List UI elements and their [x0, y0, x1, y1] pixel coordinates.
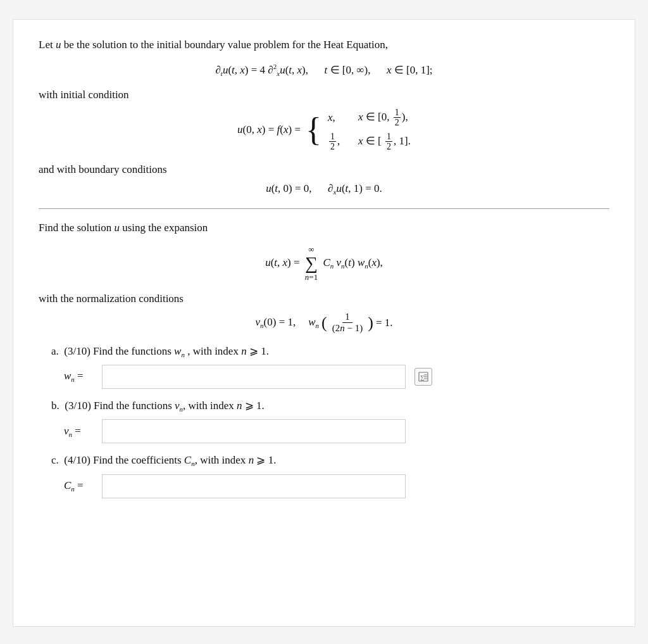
intro-text: Let u be the solution to the initial bou… [39, 39, 609, 51]
piecewise-lhs: u(0, x) = f(x) = [237, 123, 301, 136]
find-solution-label: Find the solution u using the expansion [39, 222, 609, 234]
piecewise-cases: x, x ∈ [0, 1 2 ), 1 2 , [328, 108, 411, 152]
norm-right: wn ( 1 (2n − 1) ) = 1. [308, 312, 392, 334]
part-c: c. (4/10) Find the coefficients Cn, with… [51, 453, 609, 498]
norm-left: vn(0) = 1, [256, 316, 296, 329]
piecewise-case-2: 1 2 , x ∈ [ 1 2 , 1]. [328, 132, 411, 152]
part-a-answer-label: wn = [64, 370, 96, 383]
case1-value: x, [328, 111, 347, 124]
piecewise-brace: { [306, 113, 321, 146]
normalization-label: with the normalization conditions [39, 293, 609, 305]
part-c-label: c. (4/10) Find the coefficients Cn, with… [51, 453, 609, 467]
part-b-input[interactable] [102, 419, 406, 443]
part-b-label: b. (3/10) Find the functions vn, with in… [51, 399, 609, 413]
boundary-equations: u(t, 0) = 0, ∂xu(t, 1) = 0. [39, 182, 609, 196]
case1-condition: x ∈ [0, 1 2 ), [358, 108, 408, 128]
piecewise-function: u(0, x) = f(x) = { x, x ∈ [0, 1 2 ), 1 [39, 108, 609, 152]
normalization-equations: vn(0) = 1, wn ( 1 (2n − 1) ) = 1. [39, 312, 609, 334]
part-c-answer-label: Cn = [64, 479, 96, 493]
piecewise-case-1: x, x ∈ [0, 1 2 ), [328, 108, 411, 128]
boundary-label: and with boundary conditions [39, 163, 609, 176]
math-editor-icon-a[interactable]: ∑ [414, 368, 432, 386]
initial-condition-label: with initial condition [39, 89, 609, 101]
part-c-input[interactable] [102, 474, 406, 498]
heat-equation: ∂tu(t, x) = 4 ∂2xu(t, x), t ∈ [0, ∞), x … [39, 63, 609, 77]
part-a-label: a. (3/10) Find the functions wn , with i… [51, 344, 609, 358]
part-b: b. (3/10) Find the functions vn, with in… [51, 399, 609, 443]
part-a-answer-row: wn = ∑ [64, 365, 609, 389]
part-b-answer-row: vn = [64, 419, 609, 443]
part-c-answer-row: Cn = [64, 474, 609, 498]
main-page: Let u be the solution to the initial bou… [13, 19, 635, 627]
svg-text:∑: ∑ [420, 374, 424, 381]
case2-value: 1 2 , [328, 132, 347, 152]
divider [39, 208, 609, 209]
expansion-equation: u(t, x) = ∞ ∑ n=1 Cn vn(t) wn(x), [39, 244, 609, 282]
part-b-answer-label: vn = [64, 425, 96, 438]
part-a: a. (3/10) Find the functions wn , with i… [51, 344, 609, 389]
case2-condition: x ∈ [ 1 2 , 1]. [358, 132, 411, 152]
part-a-input[interactable] [102, 365, 406, 389]
